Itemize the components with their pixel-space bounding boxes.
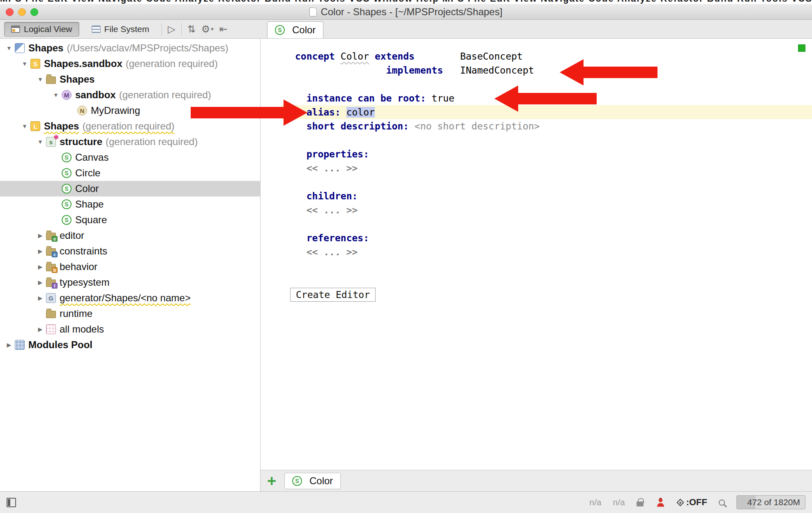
code-cell[interactable]: color [346, 107, 375, 118]
code-cell[interactable]: << ... >> [307, 205, 358, 215]
code-line-alias[interactable]: alias: color [261, 105, 812, 119]
code-line[interactable]: instance can be root: true [261, 91, 812, 105]
code-cell[interactable]: children: [307, 191, 358, 201]
expand-open-icon[interactable]: ▼ [35, 139, 46, 145]
tree-item-behavior[interactable]: ▶bbehavior [0, 259, 260, 275]
tree-item-mydrawing[interactable]: NMyDrawing [0, 103, 260, 118]
code-line[interactable] [261, 175, 812, 189]
code-cell[interactable] [295, 233, 307, 243]
code-cell[interactable] [295, 191, 307, 201]
expand-closed-icon[interactable]: ▶ [35, 326, 46, 333]
code-cell[interactable]: references: [307, 233, 369, 243]
hector-icon[interactable] [655, 497, 666, 508]
tree-item-sandbox[interactable]: ▼Msandbox(generation required) [0, 87, 260, 103]
create-editor-button[interactable]: Create Editor [290, 288, 376, 302]
code-cell[interactable]: implements [386, 65, 443, 76]
code-cell[interactable] [295, 205, 307, 215]
tree-item-shapes[interactable]: ▼Shapes(/Users/vaclav/MPSProjects/Shapes… [0, 40, 260, 56]
code-cell[interactable]: short description: [307, 121, 409, 132]
tree-item-circle[interactable]: SCircle [0, 165, 260, 181]
code-line[interactable]: children: [261, 189, 812, 203]
code-line[interactable]: << ... >> [261, 245, 812, 259]
tree-item-all-models[interactable]: ▶all models [0, 321, 260, 337]
tree-item-shapes[interactable]: ▼Shapes [0, 72, 260, 87]
tree-item-typesystem[interactable]: ▶ttypesystem [0, 275, 260, 290]
code-line[interactable]: << ... >> [261, 161, 812, 175]
code-cell[interactable]: INamedConcept [460, 65, 534, 76]
code-cell[interactable] [369, 51, 375, 62]
expand-closed-icon[interactable]: ▶ [35, 295, 46, 301]
tree-item-color[interactable]: SColor [0, 181, 260, 196]
play-icon[interactable]: ▷ [168, 23, 175, 35]
code-line[interactable]: short description: <no short description… [261, 119, 812, 133]
tree-item-constraints[interactable]: ▶cconstraints [0, 243, 260, 259]
tree-item-generator-shapes-no-name[interactable]: ▶Ggenerator/Shapes/<no name> [0, 290, 260, 306]
tree-item-canvas[interactable]: SCanvas [0, 150, 260, 165]
expand-open-icon[interactable]: ▼ [3, 45, 15, 51]
code-cell[interactable] [295, 65, 386, 76]
file-system-tab[interactable]: File System [85, 22, 156, 37]
code-cell[interactable]: <no short description> [415, 121, 540, 132]
code-line[interactable] [261, 133, 812, 147]
code-cell[interactable]: << ... >> [307, 247, 358, 257]
code-cell[interactable]: concept [295, 51, 335, 62]
toolwindow-toggle-icon[interactable] [7, 498, 16, 507]
gear-icon[interactable]: ⚙▾ [201, 23, 214, 35]
bottom-tab-color[interactable]: S Color [284, 473, 341, 489]
expand-open-icon[interactable]: ▼ [35, 76, 46, 83]
code-cell[interactable] [415, 51, 460, 62]
expand-closed-icon[interactable]: ▶ [35, 232, 46, 239]
tree-item-runtime[interactable]: runtime [0, 306, 260, 321]
minimize-button[interactable] [18, 8, 26, 16]
zoom-button[interactable] [30, 8, 38, 16]
expand-closed-icon[interactable]: ▶ [35, 279, 46, 286]
tree-item-shapes-sandbox[interactable]: ▼SShapes.sandbox(generation required) [0, 56, 260, 72]
logical-view-tab[interactable]: Logical View [4, 22, 79, 37]
tree-item-shapes[interactable]: ▼LShapes(generation required) [0, 118, 260, 134]
editor-tab-color[interactable]: S Color [267, 21, 323, 38]
code-cell[interactable] [295, 121, 307, 132]
code-cell[interactable] [295, 149, 307, 159]
tree-item-shape[interactable]: SShape [0, 196, 260, 212]
code-cell[interactable] [426, 93, 432, 104]
code-cell[interactable]: BaseConcept [460, 51, 523, 62]
expand-open-icon[interactable]: ▼ [19, 60, 30, 67]
code-cell[interactable] [295, 93, 307, 104]
code-cell[interactable] [295, 163, 307, 173]
code-cell[interactable] [295, 107, 307, 118]
expand-open-icon[interactable]: ▼ [19, 123, 30, 129]
expand-closed-icon[interactable]: ▶ [35, 248, 46, 254]
code-cell[interactable]: Color [341, 51, 369, 62]
code-cell[interactable]: << ... >> [307, 163, 358, 173]
code-line[interactable]: properties: [261, 147, 812, 161]
tree-item-modules-pool[interactable]: ▶Modules Pool [0, 337, 260, 353]
code-line[interactable]: references: [261, 231, 812, 245]
expand-open-icon[interactable]: ▼ [50, 92, 62, 98]
code-cell[interactable]: true [431, 93, 454, 104]
tree-item-structure[interactable]: ▼sstructure(generation required) [0, 134, 260, 150]
editor-body[interactable]: concept Color extends BaseConcept implem… [261, 39, 812, 470]
code-line[interactable]: implements INamedConcept [261, 63, 812, 77]
code-line[interactable]: concept Color extends BaseConcept [261, 49, 812, 63]
lock-icon[interactable] [637, 501, 644, 506]
code-cell[interactable] [409, 121, 415, 132]
code-cell[interactable] [443, 65, 460, 76]
collapse-panel-icon[interactable]: ⇤ [219, 23, 228, 35]
code-cell[interactable]: instance can be root: [307, 93, 426, 104]
memory-indicator[interactable]: 472 of 1820M [736, 495, 805, 509]
code-line[interactable] [261, 259, 812, 273]
expand-closed-icon[interactable]: ▶ [3, 342, 15, 348]
code-cell[interactable] [341, 107, 346, 118]
expand-closed-icon[interactable]: ▶ [35, 263, 46, 270]
close-button[interactable] [6, 8, 14, 16]
code-cell[interactable]: properties: [307, 149, 369, 159]
code-cell[interactable] [295, 247, 307, 257]
code-cell[interactable]: alias: [307, 107, 341, 118]
search-icon[interactable] [719, 499, 725, 506]
code-cell[interactable] [335, 51, 341, 62]
tree-item-square[interactable]: SSquare [0, 212, 260, 228]
code-cell[interactable]: extends [375, 51, 415, 62]
code-line[interactable]: << ... >> [261, 203, 812, 217]
code-line[interactable] [261, 217, 812, 231]
autoscroll-icon[interactable]: ⇅ [187, 23, 196, 35]
